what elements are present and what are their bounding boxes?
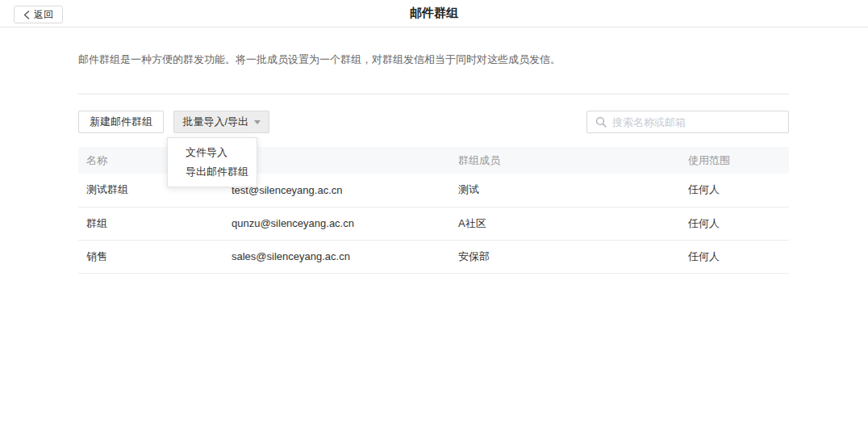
col-header-members: 群组成员 <box>450 147 680 174</box>
search-icon <box>595 116 607 128</box>
cell-email: sales@silenceyang.ac.cn <box>223 240 450 273</box>
new-mail-group-button[interactable]: 新建邮件群组 <box>78 111 164 133</box>
cell-scope: 任何人 <box>680 240 789 273</box>
intro-text: 邮件群组是一种方便的群发功能。将一批成员设置为一个群组，对群组发信相当于同时对这… <box>78 27 789 94</box>
cell-email: test@silenceyang.ac.cn <box>223 174 450 207</box>
search-input[interactable] <box>607 111 788 132</box>
table-row[interactable]: 销售 sales@silenceyang.ac.cn 安保部 任何人 <box>78 240 789 273</box>
cell-members: A社区 <box>450 207 680 240</box>
col-header-scope: 使用范围 <box>680 147 789 174</box>
page-title: 邮件群组 <box>0 0 868 26</box>
search-box <box>586 111 789 133</box>
batch-import-export-button[interactable]: 批量导入/导出 <box>173 111 269 133</box>
toolbar: 新建邮件群组 批量导入/导出 文件导入 导出邮件群组 <box>78 111 789 133</box>
menu-item-file-import[interactable]: 文件导入 <box>168 143 257 162</box>
batch-import-export-label: 批量导入/导出 <box>182 115 248 129</box>
table-row[interactable]: 群组 qunzu@silenceyang.ac.cn A社区 任何人 <box>78 207 789 240</box>
topbar: 返回 邮件群组 <box>0 0 868 27</box>
cell-email: qunzu@silenceyang.ac.cn <box>223 207 450 240</box>
caret-down-icon <box>254 120 261 124</box>
menu-item-export-mail-groups[interactable]: 导出邮件群组 <box>168 162 257 182</box>
cell-scope: 任何人 <box>680 174 789 207</box>
batch-dropdown-menu: 文件导入 导出邮件群组 <box>167 137 257 187</box>
cell-name: 销售 <box>78 240 223 273</box>
cell-members: 测试 <box>450 174 680 207</box>
main-content: 邮件群组是一种方便的群发功能。将一批成员设置为一个群组，对群组发信相当于同时对这… <box>78 27 789 274</box>
cell-name: 群组 <box>78 207 223 240</box>
cell-members: 安保部 <box>450 240 680 273</box>
cell-scope: 任何人 <box>680 207 789 240</box>
col-header-email <box>223 147 450 174</box>
